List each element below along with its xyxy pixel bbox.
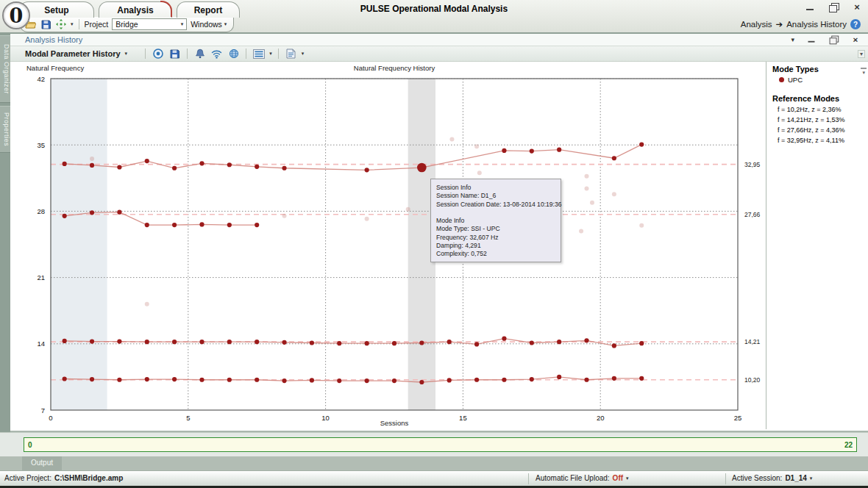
session-caret-icon: ▾ bbox=[810, 476, 813, 481]
upload-value: Off bbox=[613, 474, 623, 482]
data-point bbox=[63, 162, 67, 166]
modal-parameter-history-plot[interactable]: 32,9527,6614,2110,2042352821147051015202… bbox=[10, 62, 765, 429]
output-tab[interactable]: Output bbox=[22, 456, 62, 470]
windows-dropdown-label: Windows bbox=[191, 20, 222, 29]
data-point bbox=[612, 156, 616, 160]
windows-dropdown[interactable]: Windows ▾ bbox=[191, 20, 227, 29]
panel-menu-caret-icon[interactable]: ▾ bbox=[791, 36, 794, 43]
progress-max: 22 bbox=[844, 441, 853, 449]
data-point bbox=[227, 340, 232, 344]
legend-divider bbox=[766, 62, 766, 429]
sidebar-tab-properties[interactable]: Properties bbox=[0, 106, 10, 153]
app-logo-icon: 0 bbox=[2, 1, 30, 29]
close-button[interactable]: × bbox=[852, 3, 862, 12]
layout-lines-icon[interactable] bbox=[252, 48, 265, 60]
outlier-point bbox=[612, 192, 616, 196]
data-point bbox=[117, 165, 121, 169]
data-point bbox=[199, 378, 204, 382]
selected-data-point[interactable] bbox=[417, 163, 427, 173]
target-icon[interactable] bbox=[152, 48, 164, 60]
alarm-bell-icon[interactable] bbox=[193, 48, 206, 60]
data-point bbox=[63, 339, 67, 343]
view-dropdown-caret-icon: ▾ bbox=[125, 51, 128, 57]
y-axis-tick: 42 bbox=[37, 75, 45, 83]
save-icon[interactable] bbox=[40, 19, 51, 30]
breadcrumb-parent[interactable]: Analysis bbox=[741, 20, 772, 29]
tooltip-line: Session Info bbox=[436, 184, 555, 192]
data-point bbox=[447, 340, 452, 344]
reference-mode: f = 10,2Hz, z = 2,36% bbox=[778, 106, 865, 113]
tooltip-line: Frequency: 32,607 Hz bbox=[436, 234, 555, 242]
data-point bbox=[282, 378, 286, 383]
data-point bbox=[145, 377, 149, 381]
data-point bbox=[145, 223, 149, 227]
data-point bbox=[502, 337, 506, 341]
side-tab-strip: Data Organizer Properties bbox=[0, 34, 10, 432]
quick-toolbar: ▾ Project Bridge ▾ Windows ▾ bbox=[19, 17, 234, 32]
outlier-point bbox=[406, 207, 410, 212]
reference-modes-title: Reference Modes bbox=[772, 94, 865, 103]
reference-value-label: 32,95 bbox=[744, 161, 761, 168]
tab-setup[interactable]: Setup bbox=[19, 1, 94, 18]
report-caret-icon[interactable]: ▾ bbox=[302, 51, 305, 57]
report-doc-icon[interactable] bbox=[285, 48, 297, 60]
globe-icon[interactable] bbox=[227, 48, 240, 60]
layout-caret-icon[interactable]: ▾ bbox=[269, 51, 272, 57]
panel-close-button[interactable]: × bbox=[851, 36, 861, 44]
data-point bbox=[255, 223, 259, 227]
panel-title: Analysis History bbox=[25, 35, 82, 44]
data-point bbox=[474, 378, 479, 382]
reference-value-label: 10,20 bbox=[744, 376, 761, 384]
upc-dot-icon bbox=[779, 77, 784, 82]
status-session[interactable]: Active Session: D1_14 ▾ bbox=[732, 474, 812, 482]
panel-minimize-button[interactable] bbox=[807, 36, 817, 44]
wifi-icon[interactable] bbox=[210, 48, 223, 60]
sidebar-tab-data-organizer[interactable]: Data Organizer bbox=[0, 35, 10, 103]
data-point bbox=[639, 376, 644, 381]
reference-mode: f = 27,66Hz, z = 4,36% bbox=[778, 126, 865, 134]
panel-scroll-nub[interactable]: ▾ bbox=[861, 68, 867, 75]
panel-restore-button[interactable] bbox=[829, 36, 839, 44]
data-point bbox=[365, 378, 369, 383]
data-point bbox=[199, 161, 204, 165]
breadcrumb: Analysis ➔ Analysis History ? bbox=[741, 19, 861, 29]
legend-item-upc: UPC bbox=[779, 76, 865, 84]
reference-value-label: 27,66 bbox=[744, 211, 761, 218]
data-point bbox=[502, 378, 506, 382]
data-point bbox=[310, 378, 314, 382]
move-tool-caret-icon[interactable]: ▾ bbox=[71, 21, 74, 27]
data-point bbox=[557, 375, 561, 379]
save-icon[interactable] bbox=[168, 48, 181, 60]
restore-button[interactable] bbox=[828, 3, 839, 12]
progress-min: 0 bbox=[28, 441, 32, 449]
status-active-project: Active Project: C:\SHM\Bridge.amp bbox=[4, 474, 123, 482]
minimize-button[interactable] bbox=[805, 3, 815, 12]
breadcrumb-current: Analysis History bbox=[786, 20, 847, 29]
data-point bbox=[63, 214, 67, 218]
data-point bbox=[255, 165, 259, 169]
move-tool-icon[interactable] bbox=[55, 19, 67, 30]
data-point bbox=[639, 341, 644, 345]
data-point bbox=[172, 166, 177, 171]
session-progress-bar: 0 22 bbox=[24, 437, 857, 452]
view-dropdown[interactable]: Modal Parameter History ▾ bbox=[25, 49, 127, 58]
chart-x-axis-label: Sessions bbox=[51, 419, 738, 427]
data-point bbox=[199, 340, 204, 344]
data-point bbox=[255, 378, 259, 382]
tooltip-line: Session Name: D1_6 bbox=[436, 192, 555, 200]
project-combobox[interactable]: Bridge ▾ bbox=[112, 18, 187, 30]
data-point bbox=[557, 340, 561, 344]
data-point bbox=[117, 339, 121, 343]
outlier-point bbox=[90, 157, 94, 161]
tab-report[interactable]: Report bbox=[177, 1, 240, 18]
status-upload[interactable]: Automatic File Upload: Off ▾ bbox=[536, 474, 629, 482]
reference-value-label: 14,21 bbox=[744, 338, 761, 345]
help-icon[interactable]: ? bbox=[850, 19, 861, 29]
y-axis-tick: 14 bbox=[37, 340, 45, 348]
outlier-point bbox=[639, 223, 644, 228]
data-point bbox=[282, 340, 286, 345]
toolbar-overflow-button[interactable]: ▾ bbox=[858, 50, 865, 58]
data-point bbox=[227, 162, 232, 167]
project-label: Project bbox=[85, 20, 109, 29]
tooltip-line: Mode Type: SSI - UPC bbox=[436, 225, 555, 233]
